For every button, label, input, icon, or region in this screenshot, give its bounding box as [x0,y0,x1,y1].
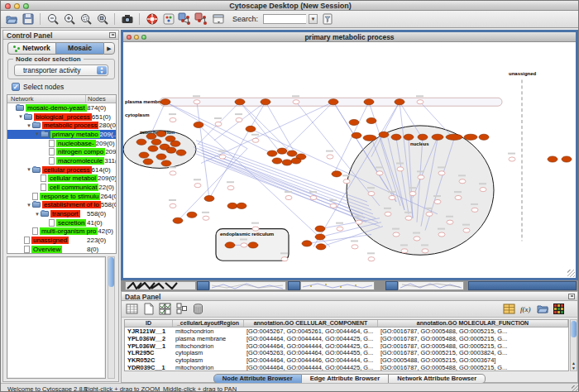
network-node-unselected[interactable] [219,155,226,159]
network-node[interactable] [204,195,214,201]
manage-panels-icon[interactable] [211,12,225,26]
zoom-fit-icon[interactable] [95,12,109,26]
network-node[interactable] [364,99,374,105]
network-node[interactable] [261,99,270,105]
network-node[interactable] [156,131,166,136]
network-node-unselected[interactable] [170,203,176,208]
column-header-layout-region[interactable]: _cellularLayoutRegion [173,320,244,327]
tree-row[interactable]: ▼metabolic process280(0) [7,121,116,130]
column-header-id[interactable]: ID [125,320,173,327]
heatmap-icon[interactable] [552,302,566,316]
network-node-unselected[interactable] [281,257,288,261]
network-node[interactable] [562,156,572,162]
network-node-unselected[interactable] [170,117,176,122]
network-node[interactable] [328,99,338,105]
tree-expand-arrow-icon[interactable]: ▼ [26,167,32,172]
tree-expand-arrow-icon[interactable]: ▼ [18,114,24,119]
background-window-fragment[interactable] [300,281,375,290]
network-node-unselected[interactable] [310,195,317,199]
network-node-unselected[interactable] [393,232,400,237]
network-node[interactable] [176,150,186,155]
network-node[interactable] [143,159,153,165]
network-node-unselected[interactable] [405,216,412,220]
control-panel-scrollbar-thumb[interactable] [108,257,114,287]
table-row[interactable]: YDR039C__1mitochondrion[GO:0044464, GO:0… [125,364,568,371]
network-node[interactable] [446,134,462,140]
background-window-fragment[interactable] [385,281,398,290]
background-window-fragment[interactable] [209,281,286,290]
table-row[interactable]: YPL036W__1mitochondrion[GO:0044464, GO:0… [125,342,568,350]
network-node-unselected[interactable] [252,227,259,231]
search-input[interactable] [263,14,306,24]
table-row[interactable]: YPL036W__2plasma membrane[GO:0044464, GO… [125,335,568,342]
network-edge[interactable] [195,154,366,222]
network-edge[interactable] [209,102,266,198]
network-node[interactable] [166,147,176,153]
tree-row[interactable]: ▼establishment of lo558(0) [7,201,116,210]
select-attributes-icon[interactable] [125,302,139,316]
network-node[interactable] [349,119,359,125]
background-window-fragment[interactable] [125,281,196,290]
network-node[interactable] [148,146,158,151]
network-node-unselected[interactable] [471,208,478,212]
network-node[interactable] [282,160,292,165]
network-node-unselected[interactable] [401,249,408,253]
network-node[interactable] [315,226,325,232]
search-dropdown-arrow[interactable]: ▼ [309,14,318,24]
select-all-attributes-icon[interactable] [158,302,172,316]
network-node[interactable] [291,158,301,164]
tree-expand-arrow-icon[interactable]: ▼ [35,212,41,217]
network-edge[interactable] [240,102,280,152]
open-file-icon[interactable] [4,12,18,26]
network-node-unselected[interactable] [203,216,209,220]
network-node-unselected[interactable] [368,192,375,196]
network-node[interactable] [161,160,171,166]
network-edge[interactable] [280,102,333,154]
network-node[interactable] [227,203,237,208]
birds-eye-view[interactable] [7,256,106,379]
annotation-icon[interactable] [161,12,175,26]
tab-overflow-arrow[interactable]: ▶ [103,42,115,55]
network-node-unselected[interactable] [438,171,445,175]
network-canvas[interactable]: plasma membranecytoplasmmitochondrionnuc… [123,42,576,278]
network-node-unselected[interactable] [376,171,383,175]
network-node[interactable] [225,242,235,248]
save-session-icon[interactable] [21,12,35,26]
tree-row[interactable]: Overview8(0) [7,245,116,254]
network-node[interactable] [479,134,489,140]
network-node-unselected[interactable] [409,192,416,196]
open-attributes-file-icon[interactable] [535,302,549,316]
network-node-unselected[interactable] [352,245,358,249]
network-node-unselected[interactable] [389,195,395,199]
network-node[interactable] [235,99,245,105]
network-node[interactable] [277,148,287,154]
network-node-unselected[interactable] [426,212,433,216]
network-node-unselected[interactable] [285,195,292,199]
tree-row[interactable]: unassigned223(0) [7,236,116,245]
tree-row[interactable]: multi-organism pro42(0) [7,227,116,237]
network-node-unselected[interactable] [343,179,350,184]
tree-row[interactable]: secretion41(0) [7,218,116,227]
network-node-unselected[interactable] [356,220,362,224]
app-resize-grip[interactable] [572,385,579,392]
background-window-fragment[interactable] [288,281,300,290]
network-node-unselected[interactable] [215,122,222,126]
network-node-unselected[interactable] [434,199,441,203]
tree-row[interactable]: cell communicat22(0) [7,183,116,192]
network-node[interactable] [246,126,256,131]
network-node[interactable] [391,134,401,140]
table-scrollbar[interactable]: ▲▼ [570,319,577,371]
network-node-unselected[interactable] [397,167,404,171]
network-node[interactable] [464,134,477,140]
network-node-unselected[interactable] [252,138,259,142]
network-node[interactable] [151,139,161,145]
network-view-titlebar[interactable]: primary metabolic process [123,32,576,42]
network-node-unselected[interactable] [509,157,515,161]
network-node-unselected[interactable] [337,227,343,231]
network-node[interactable] [237,203,246,208]
table-row[interactable]: YKR052Ccytoplasm[GO:0044464, GO:0044446,… [125,356,568,364]
network-node[interactable] [160,99,170,105]
network-node-unselected[interactable] [241,243,247,247]
advanced-search-icon[interactable] [320,12,334,26]
network-node-unselected[interactable] [236,117,242,122]
